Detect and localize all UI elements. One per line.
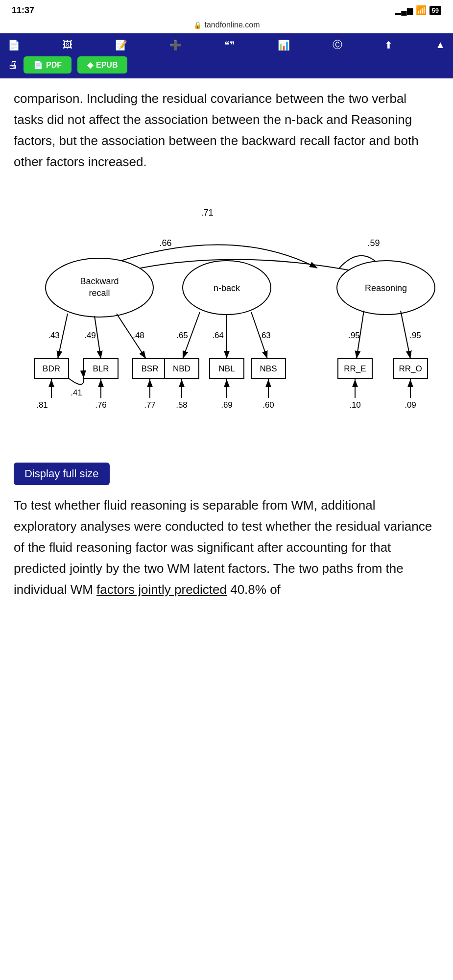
share-icon[interactable]: ⬆ bbox=[384, 39, 393, 51]
chart-icon[interactable]: 📊 bbox=[278, 39, 290, 51]
svg-text:.95: .95 bbox=[409, 331, 421, 340]
svg-text:.69: .69 bbox=[221, 400, 233, 410]
svg-text:.59: .59 bbox=[367, 238, 380, 248]
svg-point-3 bbox=[46, 258, 153, 317]
epub-icon: ◆ bbox=[87, 60, 93, 70]
article-paragraph-1: comparison. Including the residual covar… bbox=[14, 88, 439, 172]
svg-text:.66: .66 bbox=[159, 238, 171, 248]
status-bar: 11:37 ▂▄▆ 📶 59 bbox=[0, 0, 453, 19]
display-full-size-label: Display full size bbox=[24, 467, 99, 480]
svg-text:.48: .48 bbox=[133, 331, 144, 340]
svg-text:recall: recall bbox=[89, 288, 110, 298]
battery-icon: 59 bbox=[429, 6, 441, 15]
svg-text:RR_O: RR_O bbox=[399, 364, 422, 373]
svg-text:.76: .76 bbox=[95, 400, 107, 410]
svg-text:BDR: BDR bbox=[43, 364, 60, 373]
svg-text:Backward: Backward bbox=[80, 276, 119, 286]
svg-text:.64: .64 bbox=[212, 331, 224, 340]
svg-text:.41: .41 bbox=[71, 388, 82, 397]
chevron-up-icon[interactable]: ▲ bbox=[435, 39, 445, 50]
svg-text:RR_E: RR_E bbox=[344, 364, 366, 373]
paragraph-1-text: comparison. Including the residual covar… bbox=[14, 91, 419, 169]
pdf-icon: 📄 bbox=[33, 60, 43, 70]
document-icon[interactable]: 📄 bbox=[8, 39, 20, 51]
pdf-button[interactable]: 📄 PDF bbox=[24, 56, 72, 74]
domain-text: tandfonline.com bbox=[205, 21, 260, 29]
svg-text:.09: .09 bbox=[405, 400, 416, 410]
status-icons: ▂▄▆ 📶 59 bbox=[395, 5, 441, 16]
pdf-label: PDF bbox=[46, 61, 62, 70]
svg-text:NBL: NBL bbox=[218, 364, 235, 373]
svg-text:.43: .43 bbox=[48, 331, 60, 340]
epub-label: EPUB bbox=[96, 61, 118, 70]
copyright-icon[interactable]: Ⓒ bbox=[333, 38, 342, 51]
svg-text:BLR: BLR bbox=[93, 364, 109, 373]
lock-icon: 🔒 bbox=[193, 21, 202, 29]
nav-buttons-row: 🖨 📄 PDF ◆ EPUB bbox=[8, 56, 445, 74]
sem-diagram: .71 .66 .59 Backward recall n-back Reaso… bbox=[14, 182, 440, 442]
article-paragraph-2: To test whether fluid reasoning is separ… bbox=[14, 495, 439, 600]
diagram-container: .71 .66 .59 Backward recall n-back Reaso… bbox=[14, 182, 439, 448]
svg-text:.95: .95 bbox=[348, 331, 360, 340]
svg-text:Reasoning: Reasoning bbox=[365, 283, 407, 293]
paragraph-2-text: To test whether fluid reasoning is separ… bbox=[14, 498, 432, 597]
signal-icon: ▂▄▆ bbox=[395, 6, 412, 15]
image-icon[interactable]: 🖼 bbox=[63, 39, 72, 50]
url-bar: 🔒 tandfonline.com bbox=[0, 19, 453, 33]
epub-button[interactable]: ◆ EPUB bbox=[77, 56, 127, 74]
svg-text:NBD: NBD bbox=[173, 364, 191, 373]
quote-icon[interactable]: ❝❞ bbox=[224, 39, 235, 51]
svg-text:.58: .58 bbox=[176, 400, 188, 410]
svg-text:BSR: BSR bbox=[142, 364, 159, 373]
svg-text:.60: .60 bbox=[262, 400, 274, 410]
wifi-icon: 📶 bbox=[416, 5, 427, 16]
nav-icons-row: 📄 🖼 📝 ➕ ❝❞ 📊 Ⓒ ⬆ ▲ bbox=[8, 38, 445, 51]
svg-line-24 bbox=[401, 311, 410, 359]
svg-text:.71: .71 bbox=[201, 208, 213, 218]
nav-bar: 📄 🖼 📝 ➕ ❝❞ 📊 Ⓒ ⬆ ▲ 🖨 📄 PDF ◆ EPUB bbox=[0, 33, 453, 78]
svg-text:NBS: NBS bbox=[260, 364, 277, 373]
article-content: comparison. Including the residual covar… bbox=[0, 78, 453, 610]
svg-text:.10: .10 bbox=[349, 400, 361, 410]
plus-icon[interactable]: ➕ bbox=[169, 39, 182, 51]
svg-text:n-back: n-back bbox=[214, 283, 240, 293]
status-time: 11:37 bbox=[12, 5, 34, 16]
svg-text:.63: .63 bbox=[259, 331, 271, 340]
print-icon[interactable]: 🖨 bbox=[8, 59, 18, 71]
svg-text:.81: .81 bbox=[36, 400, 48, 410]
edit-icon[interactable]: 📝 bbox=[115, 39, 127, 51]
svg-text:.49: .49 bbox=[84, 331, 96, 340]
svg-text:.65: .65 bbox=[176, 331, 188, 340]
svg-text:.77: .77 bbox=[144, 400, 156, 410]
display-full-size-button[interactable]: Display full size bbox=[14, 463, 110, 485]
